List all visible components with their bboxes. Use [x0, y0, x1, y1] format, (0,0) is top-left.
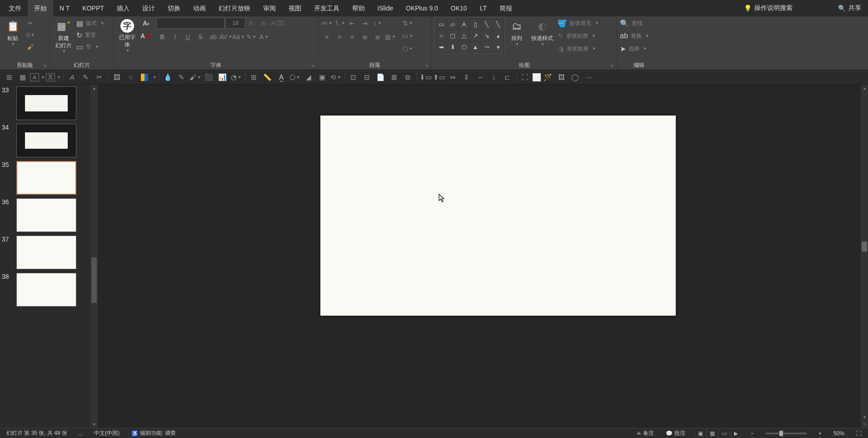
tool-textbox[interactable]: A [30, 73, 39, 81]
shadow-button[interactable]: ab [207, 31, 219, 43]
tool-chart[interactable]: 📊 [216, 71, 229, 84]
shape-scroll-down-icon[interactable]: ▾ [493, 41, 504, 52]
tab-file[interactable]: 文件 [2, 0, 28, 16]
shape-effects-button[interactable]: ◑形状效果▼ [558, 43, 599, 55]
increase-indent-button[interactable]: ⇥ [359, 17, 371, 29]
scroll-down-icon[interactable]: ▾ [861, 413, 868, 421]
zoom-in-button[interactable]: + [816, 430, 824, 437]
tool-pen[interactable]: ✎ [175, 71, 188, 84]
thumbnail-scrollbar[interactable]: ▴ ▾ [90, 85, 98, 428]
font-dialog-launcher[interactable]: ↘ [311, 63, 316, 68]
tool-ruler[interactable]: 📏 [261, 71, 274, 84]
char-spacing-button[interactable]: AV▼ [220, 31, 232, 43]
tool-highlighter[interactable]: ✎ [80, 71, 92, 84]
scroll-up-icon[interactable]: ▴ [90, 85, 98, 92]
tool-2[interactable]: ▦ [16, 71, 29, 84]
shape-triangle-icon[interactable]: ▲ [470, 41, 481, 52]
zoom-slider[interactable] [766, 433, 807, 434]
shape-fill-button[interactable]: 🪣形状填充▼ [558, 17, 599, 29]
tool-layers[interactable]: ▣ [316, 71, 329, 84]
font-color-button[interactable]: A▼ [258, 31, 270, 43]
tab-view[interactable]: 视图 [282, 0, 308, 16]
notes-button[interactable]: ≐备注 [634, 429, 657, 437]
shape-rect-icon[interactable]: ▱ [447, 19, 458, 30]
scrollbar-handle[interactable] [91, 257, 97, 303]
zoom-level[interactable]: 50% [831, 430, 847, 437]
tool-eraser[interactable]: ⬛ [203, 71, 215, 84]
zoom-slider-handle[interactable] [779, 431, 783, 436]
strikethrough-button[interactable]: S̶ [195, 31, 206, 43]
shape-roundrect-icon[interactable]: ▢ [447, 30, 458, 41]
reading-view-button[interactable]: ▭ [718, 429, 730, 438]
shape-arrow-icon[interactable]: ↗ [470, 30, 481, 41]
justify-button[interactable]: ≣ [359, 31, 371, 43]
tool-crop[interactable]: ✂ [93, 71, 106, 84]
thumbnail-33[interactable]: 33 [0, 85, 98, 122]
shape-textbox-icon[interactable]: ▯ [470, 19, 481, 30]
tool-eyedropper[interactable]: 💧 [162, 71, 175, 84]
fit-window-button[interactable]: ⛶ [853, 430, 864, 437]
tool-circle[interactable]: ○ [125, 71, 137, 84]
accessibility-button[interactable]: ♿辅助功能: 调查 [129, 429, 179, 437]
reset-button[interactable]: ↻重置 [76, 29, 105, 41]
font-size-combo[interactable]: 18 [225, 18, 245, 29]
increase-font-button[interactable]: A▴ [140, 17, 152, 29]
align-right-button[interactable]: ≡ [346, 31, 358, 43]
tool-align-edges[interactable]: ⊏ [501, 71, 514, 84]
paragraph-dialog-launcher[interactable]: ↘ [424, 63, 430, 68]
smartart-convert-button[interactable]: ⬡▼ [402, 43, 414, 55]
tab-home[interactable]: 开始 [28, 0, 53, 16]
tool-more[interactable]: ⋯ [583, 71, 595, 84]
highlight-button[interactable]: ✎▼ [245, 31, 257, 43]
scroll-down-icon[interactable]: ▾ [90, 421, 98, 428]
tool-flip-h[interactable]: ⇔ [447, 71, 459, 84]
tab-briefing[interactable]: 简报 [493, 0, 519, 16]
cut-button[interactable]: ✂ [25, 17, 36, 29]
normal-view-button[interactable]: ▣ [694, 429, 706, 438]
tool-close[interactable]: ⊠ [388, 71, 401, 84]
tab-design[interactable]: 设计 [136, 0, 161, 16]
shape-arrow-down-icon[interactable]: ⬇ [447, 41, 458, 52]
shape-line-icon[interactable]: ╲ [493, 19, 504, 30]
tool-font-style[interactable]: A [66, 71, 79, 84]
tool-send-back[interactable]: ⬇▭ [419, 71, 432, 84]
slide-counter[interactable]: 幻灯片 第 35 张, 共 48 张 [4, 429, 70, 437]
grow-font-button[interactable]: A↑ [246, 17, 258, 29]
copy-button[interactable]: ⎘▼ [25, 29, 36, 41]
tool-distribute-v[interactable]: ↕ [488, 71, 500, 84]
tab-lt[interactable]: LT [474, 0, 493, 16]
shape-triangle-icon[interactable]: △ [459, 30, 469, 41]
section-button[interactable]: ▭节▼ [76, 41, 105, 53]
shape-scroll-up-icon[interactable]: ▴ [493, 30, 504, 41]
text-direction-button[interactable]: ⇅▼ [402, 17, 414, 29]
tool-eraser2[interactable]: ◢ [302, 71, 315, 84]
shapes-gallery[interactable]: ▭ ▱ A ▯ ╲ ╲ ○ ▢ △ ↗ ↘ ▴ ➡ ⬇ ⬠ ▲ ⤳ ▾ [434, 17, 505, 54]
tab-koppt[interactable]: KOPPT [76, 0, 110, 16]
tab-transitions[interactable]: 切换 [161, 0, 187, 16]
tool-notes[interactable]: 📄 [374, 71, 387, 84]
align-left-button[interactable]: ≡ [321, 31, 333, 43]
spellcheck-button[interactable]: ⎵ [76, 430, 85, 437]
tool-ring[interactable]: ◯ [569, 71, 582, 84]
bullets-button[interactable]: ≔▼ [321, 17, 333, 29]
slide-canvas[interactable] [320, 116, 676, 316]
tool-fit[interactable]: ⛶ [519, 71, 532, 84]
find-button[interactable]: 🔍查找 [620, 17, 649, 29]
tool-rotate[interactable]: ⟲▼ [329, 71, 342, 84]
tab-nt[interactable]: N T [53, 0, 76, 16]
italic-button[interactable]: I [169, 31, 181, 43]
slideshow-view-button[interactable]: ▶ [730, 429, 742, 438]
format-painter-button[interactable]: 🖌 [25, 41, 36, 53]
new-slide-button[interactable]: ▦✦ 新建 幻灯片 ▼ [53, 17, 75, 55]
drawing-dialog-launcher[interactable]: ↘ [610, 63, 615, 68]
quick-styles-button[interactable]: ◐ 快速样式 ▼ [529, 17, 556, 48]
shape-textbox-icon[interactable]: A [459, 19, 469, 30]
tool-char[interactable]: 文 [46, 73, 55, 81]
thumbnail-36[interactable]: 36 [0, 196, 98, 234]
language-button[interactable]: 中文(中国) [91, 429, 122, 437]
tool-text-effect[interactable]: A̲ [275, 71, 288, 84]
tool-distribute-h[interactable]: ↔ [474, 71, 487, 84]
used-fonts-button[interactable]: 字 已用字 体 ▼ [116, 17, 138, 55]
line-spacing-button[interactable]: ↕▼ [372, 17, 384, 29]
arrange-button[interactable]: 🗂 排列 ▼ [507, 17, 527, 48]
